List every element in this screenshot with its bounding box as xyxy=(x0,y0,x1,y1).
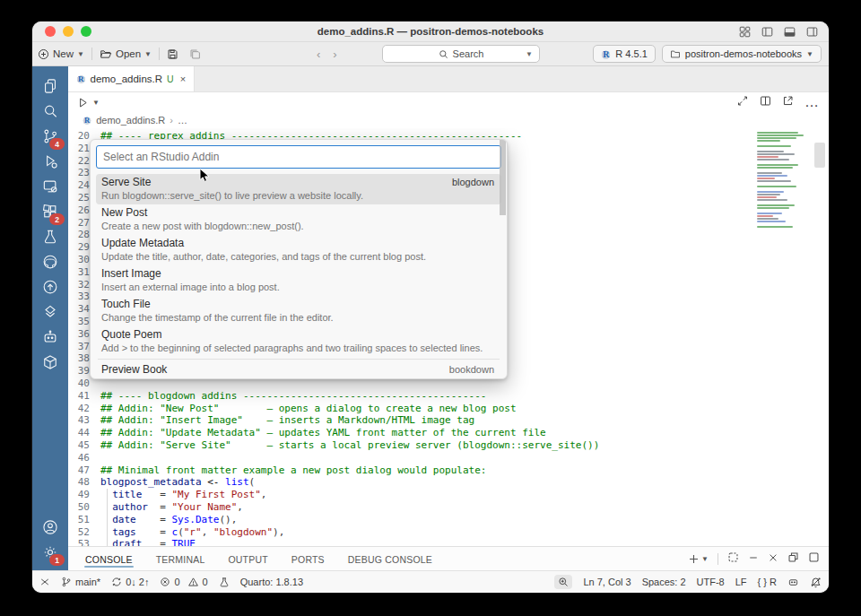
restore-panel-icon[interactable] xyxy=(787,551,799,567)
explorer-icon[interactable] xyxy=(38,74,63,99)
run-debug-icon[interactable] xyxy=(38,149,63,174)
close-panel-icon[interactable] xyxy=(768,551,778,567)
addin-description: Run blogdown::serve_site() to live previ… xyxy=(101,189,496,202)
testing-icon[interactable] xyxy=(38,224,63,249)
global-search-input[interactable]: Search ▼ xyxy=(382,45,540,63)
problems-status[interactable]: 0 0 xyxy=(160,577,207,587)
code-line[interactable]: 41## ---- blogdown addins --------------… xyxy=(68,390,829,403)
addin-item[interactable]: Quote PoemAdd > to the beginning of sele… xyxy=(96,326,501,357)
line-number: 53 xyxy=(68,538,90,546)
package-icon[interactable] xyxy=(38,350,63,375)
search-icon xyxy=(439,49,448,59)
new-button[interactable]: New▼ xyxy=(32,48,90,60)
publisher-icon[interactable] xyxy=(38,274,63,299)
code-editor[interactable]: 20## ---- reprex addins ----------------… xyxy=(68,128,829,546)
cursor-position[interactable]: Ln 7, Col 3 xyxy=(583,577,631,587)
addin-item[interactable]: Preview BookRun bookdown::serve_book() t… xyxy=(96,361,501,379)
github-icon[interactable] xyxy=(38,249,63,274)
minimap[interactable] xyxy=(757,132,805,229)
save-button[interactable] xyxy=(161,48,184,60)
code-line[interactable]: 45## Addin: "Serve Site" — starts a loca… xyxy=(68,439,829,452)
code-line[interactable]: 48blogpost_metadata <- list( xyxy=(68,476,829,489)
indentation[interactable]: Spaces: 2 xyxy=(642,577,686,587)
git-branch-status[interactable]: main* xyxy=(61,577,100,587)
addin-item[interactable]: New PostCreate a new post with blogdown:… xyxy=(96,204,501,235)
quickpick-scrollbar[interactable] xyxy=(500,140,506,215)
addin-item[interactable]: Serve SiteRun blogdown::serve_site() to … xyxy=(96,174,501,204)
encoding[interactable]: UTF-8 xyxy=(697,577,725,587)
line-number: 26 xyxy=(68,204,90,217)
layers-icon[interactable] xyxy=(38,299,63,325)
more-actions-icon[interactable]: … xyxy=(804,94,820,110)
addin-item[interactable]: Insert ImageInsert an external image int… xyxy=(96,265,501,296)
settings-gear-icon[interactable]: 1 xyxy=(38,540,63,565)
extensions-icon[interactable]: 2 xyxy=(38,199,63,224)
beaker-icon[interactable] xyxy=(219,577,230,587)
panel-tab-terminal[interactable]: TERMINAL xyxy=(155,550,206,568)
addin-item[interactable]: Update MetadataUpdate the title, author,… xyxy=(96,235,501,265)
zoom-control[interactable] xyxy=(554,575,572,589)
notifications-muted-icon[interactable] xyxy=(810,577,822,588)
quarto-version[interactable]: Quarto: 1.8.13 xyxy=(240,577,303,587)
code-line[interactable]: 52 tags = c("r", "blogdown"), xyxy=(68,526,829,539)
code-line[interactable]: 40 xyxy=(68,377,829,390)
addin-label: Update Metadata xyxy=(101,237,496,250)
run-file-button[interactable]: ▼ xyxy=(77,97,100,108)
breadcrumb[interactable]: R demo_addins.R › … xyxy=(68,112,829,128)
navigate-forward-icon[interactable]: › xyxy=(333,48,336,61)
code-line[interactable]: 42## Addin: "New Post" — opens a dialog … xyxy=(68,403,829,415)
code-line[interactable]: 43## Addin: "Insert Image" — inserts a M… xyxy=(68,414,829,427)
toggle-primary-sidebar-icon[interactable] xyxy=(761,26,773,38)
code-line[interactable]: 51 date = Sys.Date(), xyxy=(68,514,829,526)
minimize-panel-icon[interactable] xyxy=(748,551,759,567)
code-line[interactable]: 44## Addin: "Update Metadata" — updates … xyxy=(68,427,829,439)
code-line[interactable]: 50 author = "Your Name", xyxy=(68,501,829,514)
tab-demo-addins[interactable]: R demo_addins.R U × xyxy=(68,66,195,91)
navigate-back-icon[interactable]: ‹ xyxy=(317,48,320,61)
open-button[interactable]: Open▼ xyxy=(94,48,157,60)
console-options-chevron-icon[interactable]: ▼ xyxy=(701,555,709,563)
editor-scrollbar[interactable] xyxy=(814,143,825,168)
panel-tab-ports[interactable]: PORTS xyxy=(291,550,326,568)
panel-tab-console[interactable]: CONSOLE xyxy=(84,550,134,568)
search-sidebar-icon[interactable] xyxy=(38,99,63,124)
line-number: 36 xyxy=(68,328,90,341)
account-icon[interactable] xyxy=(38,515,63,540)
toggle-secondary-sidebar-icon[interactable] xyxy=(806,26,818,38)
git-sync-status[interactable]: 0↓ 2↑ xyxy=(111,577,149,587)
language-mode[interactable]: { } R xyxy=(758,577,777,587)
save-all-button[interactable] xyxy=(184,48,206,60)
addin-label: Insert Image xyxy=(101,267,496,281)
restart-console-icon[interactable] xyxy=(727,551,739,567)
customize-layout-icon[interactable] xyxy=(739,26,751,38)
panel-tab-output[interactable]: OUTPUT xyxy=(227,550,268,568)
remote-indicator[interactable] xyxy=(39,577,50,587)
addin-filter-input[interactable]: Select an RStudio Addin xyxy=(96,145,501,169)
sessions-icon[interactable] xyxy=(38,174,63,199)
code-line[interactable]: 47## Minimal front matter example a new … xyxy=(68,464,829,477)
new-console-button[interactable]: ▼ xyxy=(688,553,709,565)
interpreter-selector[interactable]: R R 4.5.1 xyxy=(593,45,656,63)
addin-item[interactable]: Touch FileChange the timestamp of the cu… xyxy=(96,296,501,326)
assistant-icon[interactable] xyxy=(38,325,63,350)
split-editor-icon[interactable] xyxy=(760,94,771,110)
tab-close-icon[interactable]: × xyxy=(180,74,186,84)
line-number: 35 xyxy=(68,316,90,328)
workspace-selector[interactable]: positron-demos-notebooks▼ xyxy=(662,45,822,63)
eol-sequence[interactable]: LF xyxy=(735,577,747,587)
addin-label: Preview Book xyxy=(101,363,496,377)
line-content: ## Addin: "New Post" — opens a dialog to… xyxy=(100,403,517,415)
line-content: ## Addin: "Insert Image" — inserts a Mar… xyxy=(100,414,474,427)
copilot-icon[interactable] xyxy=(787,577,799,587)
run-options-chevron-icon[interactable]: ▼ xyxy=(92,99,100,107)
toggle-panel-icon[interactable] xyxy=(784,26,796,38)
panel-tab-debug-console[interactable]: DEBUG CONSOLE xyxy=(347,550,433,568)
open-changes-icon[interactable] xyxy=(736,94,749,110)
code-line[interactable]: 46 xyxy=(68,452,829,464)
r-logo-icon: R xyxy=(601,49,611,59)
code-line[interactable]: 49 title = "My First Post", xyxy=(68,489,829,501)
maximize-panel-icon[interactable] xyxy=(808,551,820,567)
code-line[interactable]: 53 draft = TRUE xyxy=(68,538,829,546)
source-control-icon[interactable]: 4 xyxy=(38,124,63,149)
open-in-new-window-icon[interactable] xyxy=(782,94,794,110)
